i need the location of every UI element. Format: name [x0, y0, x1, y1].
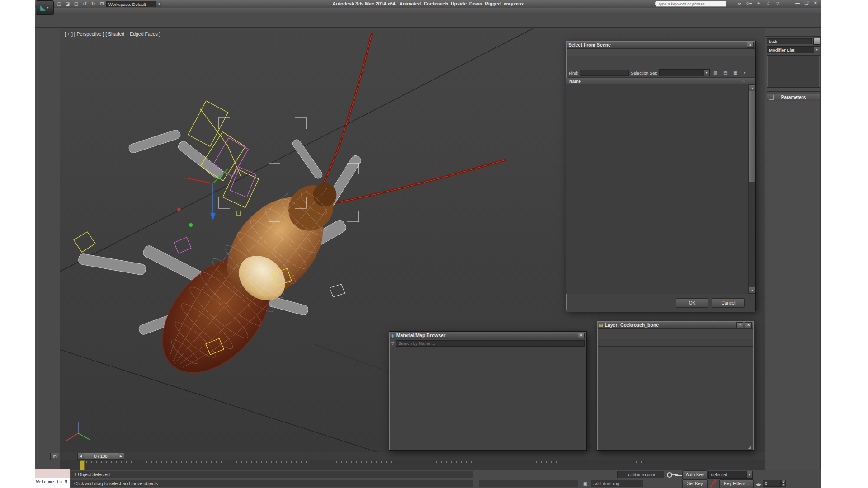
key-mode-dropdown[interactable]: Selected ▼: [708, 471, 753, 479]
more-options-icon[interactable]: ▼: [743, 71, 746, 75]
cancel-button[interactable]: Cancel: [712, 298, 745, 308]
application-menu-button[interactable]: ◣▼: [36, 0, 54, 15]
sfs-find-row: Find: Selection Set: ▼ ▥ ▤ ▦ ▼: [566, 68, 755, 78]
sfs-toolbar: [566, 56, 755, 68]
sfs-menu-bar: [566, 49, 755, 56]
find-input[interactable]: [580, 70, 629, 76]
collapse-icon[interactable]: −: [769, 95, 774, 100]
dialog-title: Layer: Cockroach_bone: [605, 322, 735, 328]
modifier-list-label: Modifier List: [769, 47, 794, 52]
status-bar: 1 Object Selected Grid = 10,0cm Auto Key…: [35, 470, 821, 488]
material-search-input[interactable]: [396, 340, 585, 347]
layers-icon: ▤: [599, 323, 603, 327]
chevron-down-icon[interactable]: ▼: [814, 47, 820, 53]
communication-center-icon[interactable]: ⌖: [755, 0, 762, 6]
scroll-down-icon[interactable]: ▼: [749, 287, 755, 294]
welcome-dialog-title: Welcome to M: [35, 478, 70, 486]
close-icon[interactable]: ✕: [745, 322, 752, 328]
dialog-title-bar[interactable]: Select From Scene ✕: [566, 41, 755, 49]
add-time-tag[interactable]: Add Time Tag: [591, 480, 643, 487]
time-slider-value[interactable]: 0 / 130: [84, 453, 118, 460]
time-slider[interactable]: ⊞ ◀ 0 / 130 ▶: [60, 452, 765, 461]
material-search-row: ▽: [389, 339, 586, 347]
selection-status: 1 Object Selected: [71, 471, 473, 478]
rollout-title: Parameters: [781, 95, 806, 100]
command-panel-tabs: [765, 28, 821, 37]
title-bar: ◣▼ ▢◪◫↺↻⊞ Workspace: Default ▼ Autodesk …: [35, 0, 821, 8]
key-mode-value: Selected: [711, 472, 727, 477]
list-scrollbar[interactable]: ▲ ▼: [748, 84, 755, 294]
viewport-label[interactable]: [ + ] [ Perspective ] [ Shaded + Edged F…: [65, 31, 160, 37]
track-bar[interactable]: [60, 460, 765, 470]
dialog-title-bar[interactable]: ◈ Material/Map Browser ✕: [389, 332, 586, 339]
welcome-dialog-fragment[interactable]: Welcome to M: [35, 469, 70, 488]
modifier-list-dropdown[interactable]: Modifier List ▼: [767, 46, 820, 53]
status-row-1: 1 Object Selected Grid = 10,0cm Auto Key…: [35, 470, 821, 479]
auto-key-button[interactable]: Auto Key: [682, 470, 708, 479]
subtract-selection-set-icon[interactable]: ▦: [731, 69, 740, 77]
layer-toolbar: [597, 329, 754, 339]
scroll-up-icon[interactable]: ▲: [749, 84, 755, 91]
material-map-browser-dialog: ◈ Material/Map Browser ✕ ▽: [389, 331, 587, 451]
max-application-window: ◣▼ ▢◪◫↺↻⊞ Workspace: Default ▼ Autodesk …: [35, 0, 821, 488]
sfs-footer: OK Cancel: [566, 294, 755, 312]
infocenter-icons: ∞○┅⌖☆?: [736, 0, 781, 6]
restore-icon[interactable]: ❐: [803, 0, 810, 5]
help-icon[interactable]: ?: [736, 322, 743, 328]
resize-grip[interactable]: ◢: [748, 445, 752, 450]
object-name-field[interactable]: bodi: [767, 38, 812, 44]
current-frame-field[interactable]: 0: [763, 480, 781, 487]
next-frame-arrow-icon[interactable]: ▶: [118, 453, 124, 460]
sort-icon: △: [742, 79, 745, 83]
add-selection-set-icon[interactable]: ▤: [722, 69, 730, 77]
window-controls: —❐✕: [794, 0, 819, 5]
create-selection-set-icon[interactable]: ▥: [712, 69, 720, 77]
layer-explorer-dialog: ▤ Layer: Cockroach_bone ? ✕ ◢: [597, 321, 754, 451]
browser-icon: ◈: [391, 333, 395, 338]
previous-frame-arrow-icon[interactable]: ◀: [77, 453, 84, 460]
dialog-title-bar[interactable]: ▤ Layer: Cockroach_bone ? ✕: [597, 321, 754, 329]
set-key-button[interactable]: Set Key: [682, 479, 708, 488]
menu-bar: [35, 8, 821, 15]
select-from-scene-dialog: Select From Scene ✕ Find: Selection Set:…: [566, 41, 756, 311]
keyword-search-input[interactable]: [656, 1, 726, 7]
ok-button[interactable]: OK: [676, 298, 708, 308]
welcome-dialog-banner: [35, 469, 70, 478]
close-icon[interactable]: ✕: [812, 0, 819, 5]
scrollbar-thumb[interactable]: [749, 91, 755, 182]
status-row-2: Click and drag to select and move object…: [35, 479, 821, 488]
modifier-stack[interactable]: [767, 55, 820, 88]
main-toolbar: [35, 15, 821, 28]
minimize-icon[interactable]: —: [794, 0, 801, 5]
layer-column-headers: [597, 339, 754, 346]
mini-listener[interactable]: [479, 480, 578, 487]
favorites-icon[interactable]: ☆: [765, 0, 771, 6]
time-tag-icon[interactable]: ▣: [581, 479, 590, 488]
mini-curve-editor-button[interactable]: ⊞: [50, 453, 59, 460]
object-color-swatch[interactable]: [813, 38, 820, 45]
dialog-title: Select From Scene: [568, 42, 745, 47]
search-icon[interactable]: ∞: [736, 0, 743, 6]
time-slider-handle[interactable]: ◀ 0 / 130 ▶: [77, 453, 124, 460]
parameters-rollout-header[interactable]: − Parameters: [767, 94, 820, 101]
help-icon[interactable]: ?: [774, 0, 781, 6]
key-filters-button[interactable]: Key Filters...: [719, 479, 754, 488]
name-column-header[interactable]: Name△: [566, 78, 755, 84]
key-icon: [667, 472, 679, 477]
scene-object-list: ▲ ▼: [566, 84, 755, 294]
close-icon[interactable]: ✕: [578, 333, 585, 338]
prompt-line: Click and drag to select and move object…: [71, 480, 473, 487]
left-toolbar: [35, 28, 61, 452]
find-label: Find:: [569, 70, 578, 75]
chevron-down-icon[interactable]: ▼: [703, 70, 709, 76]
key-icon[interactable]: ○┅: [746, 0, 752, 6]
panel-scrollbar[interactable]: [820, 37, 821, 470]
chevron-down-icon[interactable]: ▼: [746, 471, 752, 478]
frame-spinner[interactable]: ▲▼: [781, 480, 786, 487]
current-frame-marker[interactable]: [80, 460, 85, 470]
key-step-icon[interactable]: ◀▶: [755, 479, 763, 488]
close-icon[interactable]: ✕: [747, 42, 754, 48]
search-funnel-icon[interactable]: ▽: [391, 341, 394, 346]
set-key-icon: [709, 479, 717, 488]
selection-set-dropdown[interactable]: ▼: [659, 69, 710, 76]
